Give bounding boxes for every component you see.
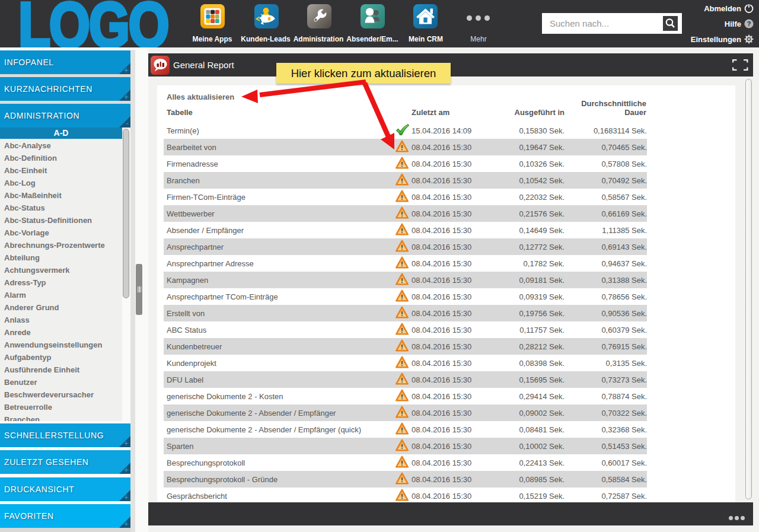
svg-text:!: ! — [401, 211, 403, 218]
svg-text:!: ! — [401, 343, 403, 351]
svg-text:!: ! — [401, 393, 403, 400]
svg-text:!: ! — [401, 327, 403, 334]
svg-text:!: ! — [401, 161, 403, 168]
svg-text:!: ! — [401, 277, 403, 284]
svg-text:!: ! — [401, 360, 403, 367]
svg-text:!: ! — [401, 244, 403, 251]
svg-text:!: ! — [401, 460, 403, 467]
svg-text:!: ! — [401, 227, 403, 234]
svg-text:!: ! — [401, 377, 403, 384]
svg-text:!: ! — [401, 476, 403, 483]
svg-text:!: ! — [401, 177, 403, 184]
svg-text:!: ! — [401, 443, 403, 450]
svg-text:?: ? — [747, 20, 751, 27]
svg-text:!: ! — [401, 260, 403, 267]
svg-text:!: ! — [401, 144, 403, 151]
svg-text:!: ! — [401, 426, 403, 434]
svg-text:!: ! — [401, 493, 403, 500]
svg-text:!: ! — [401, 294, 403, 301]
svg-text:!: ! — [401, 194, 403, 201]
svg-text:!: ! — [401, 410, 403, 417]
svg-text:!: ! — [401, 310, 403, 317]
